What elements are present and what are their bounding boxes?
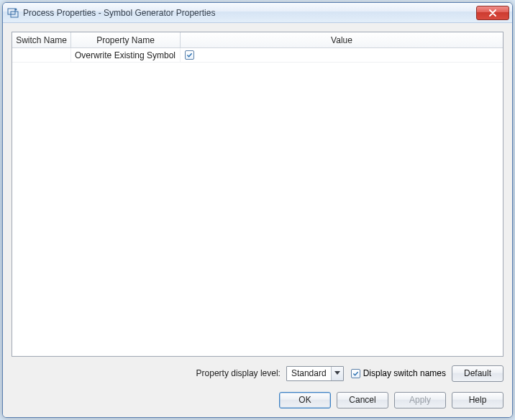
chevron-down-icon[interactable] bbox=[331, 367, 343, 380]
display-level-combobox[interactable]: Standard bbox=[286, 366, 344, 381]
grid-body: Overwrite Existing Symbol bbox=[12, 48, 503, 356]
display-switch-names-checkbox[interactable] bbox=[351, 369, 360, 378]
cancel-button[interactable]: Cancel bbox=[337, 392, 388, 408]
grid-header: Switch Name Property Name Value bbox=[12, 32, 503, 48]
cell-property-name: Overwrite Existing Symbol bbox=[71, 48, 181, 62]
display-level-value: Standard bbox=[287, 368, 331, 378]
dialog-window: Process Properties - Symbol Generator Pr… bbox=[2, 2, 513, 418]
display-level-label: Property display level: bbox=[196, 368, 281, 378]
display-switch-names-label: Display switch names bbox=[363, 368, 446, 378]
properties-grid: Switch Name Property Name Value Overwrit… bbox=[12, 32, 503, 357]
display-switch-names-option[interactable]: Display switch names bbox=[350, 368, 446, 378]
dialog-buttons: OK Cancel Apply Help bbox=[12, 390, 503, 410]
titlebar[interactable]: Process Properties - Symbol Generator Pr… bbox=[3, 3, 512, 23]
overwrite-existing-symbol-checkbox[interactable] bbox=[185, 50, 194, 60]
options-row: Property display level: Standard Display… bbox=[12, 364, 503, 383]
col-header-value[interactable]: Value bbox=[181, 32, 503, 47]
table-row[interactable]: Overwrite Existing Symbol bbox=[12, 48, 503, 63]
ok-button[interactable]: OK bbox=[279, 392, 331, 408]
apply-button[interactable]: Apply bbox=[394, 392, 446, 408]
help-button[interactable]: Help bbox=[452, 392, 503, 408]
app-icon bbox=[7, 7, 19, 19]
col-header-switch-name[interactable]: Switch Name bbox=[12, 32, 71, 47]
window-title: Process Properties - Symbol Generator Pr… bbox=[23, 8, 476, 18]
close-button[interactable] bbox=[476, 6, 509, 20]
client-area: Switch Name Property Name Value Overwrit… bbox=[3, 23, 512, 417]
cell-switch-name bbox=[12, 48, 71, 62]
default-button[interactable]: Default bbox=[452, 365, 503, 382]
svg-point-2 bbox=[15, 8, 17, 10]
col-header-property-name[interactable]: Property Name bbox=[71, 32, 181, 47]
cell-value[interactable] bbox=[181, 48, 503, 62]
